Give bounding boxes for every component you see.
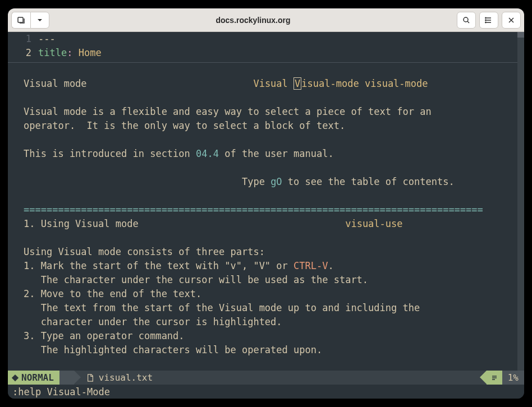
- help-text: Type gO to see the table of contents.: [24, 175, 520, 189]
- yaml-front-matter-dash: ---: [38, 33, 56, 44]
- svg-point-1: [464, 17, 468, 22]
- terminal-content[interactable]: 1--- 2title: Home Visual mode Visual Vis…: [8, 32, 524, 371]
- help-text: Using Visual mode consists of three part…: [24, 245, 520, 259]
- help-link[interactable]: gO: [270, 176, 282, 187]
- help-heading-row: Visual mode Visual Visual-mode visual-mo…: [24, 77, 520, 91]
- help-section-title: 1. Using Visual mode: [24, 218, 139, 229]
- help-text: 3. Type an operator command.: [24, 329, 520, 343]
- status-filename: visual.txt: [74, 371, 159, 385]
- status-line: NORMAL visual.txt 1%: [8, 371, 524, 385]
- close-button[interactable]: [502, 12, 521, 29]
- command-line[interactable]: :help Visual-Mode: [8, 385, 524, 399]
- scrollbar-thumb[interactable]: [517, 32, 524, 38]
- svg-point-4: [485, 22, 486, 22]
- status-fill: [159, 371, 487, 385]
- scrollbar[interactable]: [517, 32, 524, 371]
- scroll-percent: 1%: [502, 371, 524, 385]
- line-number: 1: [12, 32, 38, 46]
- search-button[interactable]: [457, 12, 476, 29]
- help-link[interactable]: 04.4: [196, 148, 219, 159]
- help-text: 1. Mark the start of the text with "v", …: [24, 259, 520, 273]
- help-text: character under the cursor is highlighte…: [24, 315, 520, 329]
- help-tag: visual-mode: [365, 78, 428, 89]
- help-keycode: CTRL-V: [293, 260, 328, 271]
- position-icon: [487, 371, 502, 385]
- help-text: operator. It is the only way to select a…: [24, 119, 520, 133]
- help-window: Visual mode Visual Visual-mode visual-mo…: [8, 63, 524, 357]
- titlebar: docs.rockylinux.org: [8, 8, 524, 32]
- mode-indicator: NORMAL: [8, 371, 59, 385]
- terminal-window: docs.rockylinux.org 1--- 2title: Home Vi…: [8, 8, 524, 399]
- yaml-colon: :: [67, 47, 72, 58]
- help-text: The character under the cursor will be u…: [24, 273, 520, 287]
- help-tag: visual-use: [345, 218, 402, 229]
- help-text: Visual mode is a flexible and easy way t…: [24, 105, 520, 119]
- help-tag: Visual: [253, 78, 287, 89]
- svg-rect-0: [18, 17, 23, 22]
- new-tab-button[interactable]: [11, 12, 30, 29]
- help-section-heading-row: 1. Using Visual mode visual-use: [24, 217, 520, 231]
- help-heading: Visual mode: [24, 78, 87, 89]
- help-text: 2. Move to the end of the text.: [24, 287, 520, 301]
- svg-point-2: [485, 17, 486, 18]
- help-text: This is introduced in section 04.4 of th…: [24, 147, 520, 161]
- editor-top-split: 1--- 2title: Home: [8, 32, 524, 60]
- yaml-value: Home: [79, 47, 102, 58]
- help-tag-cursor: V: [293, 77, 301, 90]
- help-tag: isual-mode: [301, 78, 359, 89]
- help-text: The text from the start of the Visual mo…: [24, 301, 520, 315]
- status-separator: [59, 371, 74, 385]
- menu-button[interactable]: [479, 12, 498, 29]
- file-icon: [86, 374, 94, 382]
- dropdown-button[interactable]: [30, 12, 49, 29]
- vim-icon: [11, 374, 19, 382]
- line-number-current: 2: [12, 46, 38, 60]
- help-section-separator: ========================================…: [24, 203, 520, 217]
- yaml-key: title: [38, 47, 67, 58]
- svg-point-3: [485, 20, 486, 20]
- help-text: The highlighted characters will be opera…: [24, 343, 520, 357]
- window-title: docs.rockylinux.org: [52, 16, 455, 25]
